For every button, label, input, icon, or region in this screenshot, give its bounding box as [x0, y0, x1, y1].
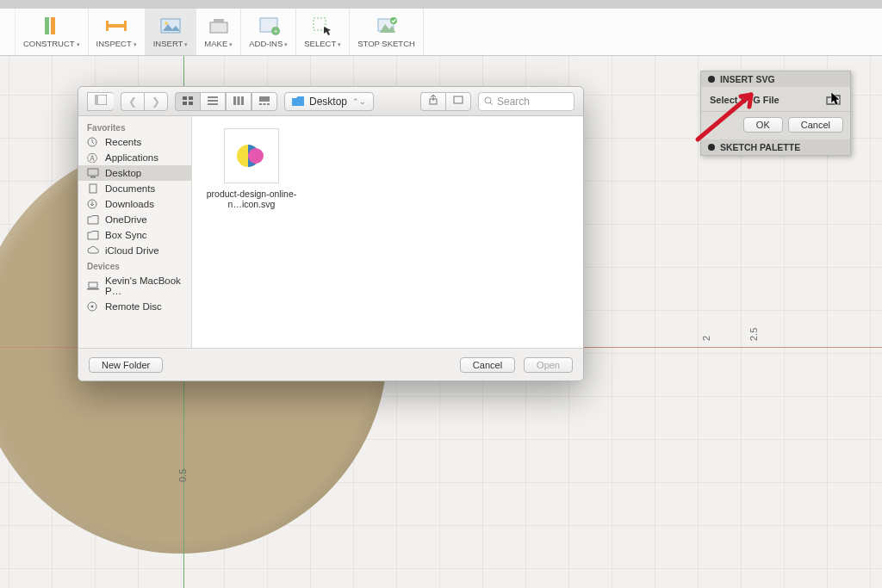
sidebar-item-desktop[interactable]: Desktop	[78, 165, 191, 181]
make-menu[interactable]: MAKE	[196, 9, 241, 55]
file-item[interactable]: product-design-online-n…icon.svg	[204, 128, 299, 209]
sidebar-item-onedrive[interactable]: OneDrive	[78, 212, 191, 227]
svg-rect-26	[233, 96, 236, 105]
sidebar-item-label: OneDrive	[105, 214, 147, 225]
stop-sketch-label: STOP SKETCH	[357, 39, 415, 48]
svg-rect-24	[208, 100, 218, 102]
tags-button[interactable]	[445, 92, 471, 111]
view-mode-seg[interactable]	[175, 92, 277, 111]
insert-menu[interactable]: INSERT	[146, 9, 197, 55]
svg-rect-2	[49, 16, 51, 35]
panel-body: Select SVG File	[701, 87, 850, 111]
back-button[interactable]: ❮	[121, 92, 144, 111]
sidebar-item-recents[interactable]: Recents	[78, 134, 191, 150]
svg-rect-23	[208, 96, 218, 98]
sidebar-item-remote-disc[interactable]: Remote Disc	[78, 299, 191, 314]
svg-rect-10	[214, 19, 224, 22]
construct-menu[interactable]: CONSTRUCT	[16, 9, 89, 55]
sidebar-section-favorites: Favorites	[78, 120, 191, 134]
make-label: MAKE	[204, 39, 233, 48]
sketch-palette-header[interactable]: SKETCH PALETTE	[701, 139, 850, 155]
svg-rect-22	[189, 102, 193, 105]
stop-sketch-button[interactable]: STOP SKETCH	[350, 9, 424, 55]
panel-ok-button[interactable]: OK	[743, 117, 783, 133]
inspect-label: INSPECT	[96, 39, 137, 48]
tag-icon	[453, 95, 463, 105]
insert-label: INSERT	[153, 39, 189, 48]
svg-rect-20	[189, 96, 193, 100]
sidebar-item-applications[interactable]: ⒶApplications	[78, 150, 191, 165]
forward-button[interactable]: ❯	[144, 92, 168, 111]
chevron-updown-icon: ⌃⌄	[352, 97, 366, 106]
panel-cancel-button[interactable]: Cancel	[788, 117, 843, 133]
gallery-icon	[259, 96, 270, 105]
file-open-dialog[interactable]: ❮ ❯ Desktop ⌃⌄	[78, 86, 584, 381]
history-seg[interactable]: ❮ ❯	[121, 92, 168, 111]
laptop-icon	[87, 281, 99, 291]
svg-rect-9	[210, 22, 227, 33]
sidebar: Favorites RecentsⒶApplicationsDesktopDoc…	[78, 116, 192, 348]
action-seg[interactable]	[420, 92, 471, 111]
downloads-icon	[87, 199, 99, 209]
collapse-icon[interactable]	[708, 76, 715, 83]
folder-icon	[292, 96, 304, 106]
desktop-icon	[87, 168, 99, 178]
svg-rect-41	[90, 184, 96, 193]
recents-icon	[87, 137, 99, 147]
dimension-label: 0.5	[177, 469, 188, 482]
sidebar-item-box-sync[interactable]: Box Sync	[78, 227, 191, 243]
addins-icon: +	[257, 15, 281, 36]
dimension-label: 2.5	[748, 328, 759, 341]
cursor-icon	[830, 91, 842, 107]
collapse-icon[interactable]	[708, 144, 715, 151]
share-button[interactable]	[420, 92, 445, 111]
dialog-cancel-button[interactable]: Cancel	[460, 357, 515, 373]
sidebar-item-label: Desktop	[105, 168, 141, 178]
file-area[interactable]: product-design-online-n…icon.svg	[192, 116, 583, 348]
svg-rect-27	[238, 96, 240, 105]
dialog-open-button[interactable]: Open	[524, 357, 573, 373]
construct-label: CONSTRUCT	[23, 39, 80, 48]
svg-rect-34	[454, 96, 463, 103]
svg-rect-5	[124, 21, 127, 31]
apps-icon: Ⓐ	[87, 152, 99, 163]
svg-rect-14	[314, 18, 326, 30]
svg-rect-19	[183, 96, 187, 100]
sidebar-item-documents[interactable]: Documents	[78, 181, 191, 196]
dialog-toolbar: ❮ ❯ Desktop ⌃⌄	[78, 87, 583, 116]
select-menu[interactable]: SELECT	[296, 9, 350, 55]
panel-header[interactable]: INSERT SVG	[701, 71, 850, 87]
insert-svg-panel[interactable]: INSERT SVG Select SVG File OK Cancel SKE…	[700, 71, 851, 156]
svg-rect-3	[106, 24, 127, 28]
inspect-menu[interactable]: INSPECT	[89, 9, 146, 55]
dimension-label: 2	[701, 336, 711, 341]
search-placeholder: Search	[497, 96, 530, 108]
svg-rect-30	[259, 103, 262, 105]
sidebar-toggle-seg[interactable]	[87, 92, 114, 111]
view-list-button[interactable]	[200, 92, 226, 111]
view-gallery-button[interactable]	[252, 92, 277, 111]
addins-menu[interactable]: + ADD-INS	[241, 9, 296, 55]
new-folder-button[interactable]: New Folder	[89, 357, 163, 373]
sidebar-item-kevin-s-macbook-p-[interactable]: Kevin's MacBook P…	[78, 273, 191, 299]
svg-point-35	[485, 97, 491, 103]
svg-rect-40	[90, 176, 96, 178]
svg-rect-31	[264, 103, 266, 105]
panel-title: INSERT SVG	[720, 74, 775, 84]
sidebar-toggle-button[interactable]	[87, 92, 114, 111]
toolbar-edge	[0, 9, 16, 55]
panel-actions: OK Cancel	[701, 111, 850, 139]
svg-point-49	[248, 148, 264, 164]
select-file-label: Select SVG File	[710, 95, 780, 105]
sidebar-item-icloud-drive[interactable]: iCloud Drive	[78, 243, 191, 258]
view-icons-button[interactable]	[175, 92, 200, 111]
sidebar-item-label: Kevin's MacBook P…	[105, 275, 183, 296]
svg-point-46	[91, 306, 94, 308]
search-field[interactable]: Search	[478, 92, 575, 111]
location-dropdown[interactable]: Desktop ⌃⌄	[284, 92, 374, 111]
view-columns-button[interactable]	[226, 92, 252, 111]
file-name: product-design-online-n…icon.svg	[204, 189, 299, 209]
sidebar-item-downloads[interactable]: Downloads	[78, 196, 191, 212]
grid-icon	[183, 96, 193, 105]
columns-icon	[233, 96, 244, 105]
